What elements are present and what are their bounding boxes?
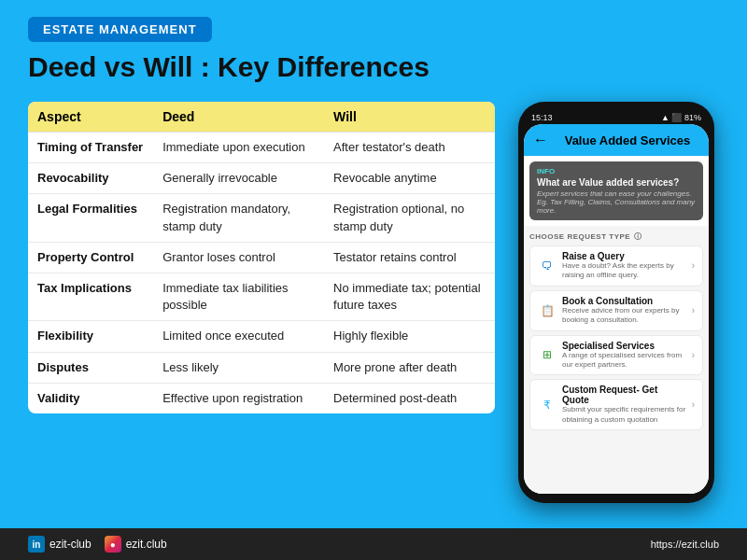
will-cell: More prone after death	[324, 352, 495, 383]
col-deed: Deed	[153, 102, 324, 133]
deed-cell: Effective upon registration	[153, 383, 324, 413]
content-row: Aspect Deed Will Timing of TransferImmed…	[0, 102, 747, 528]
col-aspect: Aspect	[28, 102, 153, 133]
phone-screen: ← Value Added Services INFO What are Val…	[524, 124, 709, 494]
info-title: What are Value added services?	[537, 177, 696, 188]
service-name: Raise a Query	[562, 251, 686, 261]
diff-table: Aspect Deed Will Timing of TransferImmed…	[28, 102, 495, 413]
top-section: ESTATE MANAGEMENT Deed vs Will : Key Dif…	[0, 0, 747, 102]
service-desc: Submit your specific requirements for ob…	[562, 405, 686, 425]
main-container: ESTATE MANAGEMENT Deed vs Will : Key Dif…	[0, 0, 747, 560]
linkedin-social: in ezit-club	[28, 536, 92, 553]
service-desc: Have a doubt? Ask the experts by raising…	[562, 261, 686, 281]
linkedin-text: ezit-club	[49, 538, 92, 551]
service-name: Book a Consultation	[562, 296, 686, 306]
service-text: Specialised Services A range of speciali…	[562, 341, 686, 371]
will-cell: Registration optional, no stamp duty	[324, 194, 495, 242]
aspect-cell: Revocability	[28, 163, 153, 194]
col-will: Will	[324, 102, 495, 133]
table-row: Timing of TransferImmediate upon executi…	[28, 133, 495, 163]
badge: ESTATE MANAGEMENT	[28, 17, 212, 42]
will-cell: Determined post-death	[324, 383, 495, 413]
chevron-right-icon: ›	[692, 305, 695, 315]
service-name: Specialised Services	[562, 341, 686, 351]
service-text: Custom Request- Get Quote Submit your sp…	[562, 385, 686, 425]
service-text: Book a Consultation Receive advice from …	[562, 296, 686, 326]
aspect-cell: Property Control	[28, 242, 153, 273]
footer-url: https://ezit.club	[651, 539, 719, 550]
aspect-cell: Timing of Transfer	[28, 133, 153, 163]
choose-label: CHOOSE REQUEST TYPE ⓘ	[529, 231, 703, 242]
will-cell: Highly flexible	[324, 321, 495, 352]
phone-header: ← Value Added Services	[524, 124, 709, 156]
service-icon: ₹	[538, 396, 557, 414]
phone-section: 15:13 ▲ ⬛ 81% ← Value Added Services INF…	[514, 102, 719, 528]
status-bar: 15:13 ▲ ⬛ 81%	[524, 111, 709, 124]
service-item[interactable]: 📋 Book a Consultation Receive advice fro…	[529, 290, 703, 331]
footer-left: in ezit-club ● ezit.club	[28, 536, 167, 553]
service-desc: Receive advice from our experts by booki…	[562, 306, 686, 326]
signal-icons: ▲ ⬛ 81%	[661, 113, 701, 122]
info-box: INFO What are Value added services? Expe…	[529, 161, 703, 220]
will-cell: After testator's death	[324, 133, 495, 163]
service-icon: ⊞	[538, 345, 557, 364]
table-row: RevocabilityGenerally irrevocableRevocab…	[28, 163, 495, 194]
instagram-social: ● ezit.club	[105, 536, 167, 553]
service-item[interactable]: 🗨 Raise a Query Have a doubt? Ask the ex…	[529, 245, 703, 287]
aspect-cell: Flexibility	[28, 321, 153, 352]
info-icon: ⓘ	[634, 231, 642, 242]
main-title: Deed vs Will : Key Differences	[28, 51, 719, 83]
phone-mockup: 15:13 ▲ ⬛ 81% ← Value Added Services INF…	[518, 102, 714, 503]
table-row: FlexibilityLimited once executedHighly f…	[28, 321, 495, 352]
table-row: Tax ImplicationsImmediate tax liabilitie…	[28, 273, 495, 320]
instagram-icon: ●	[105, 536, 121, 553]
chevron-right-icon: ›	[692, 260, 695, 271]
deed-cell: Limited once executed	[153, 321, 324, 352]
table-row: Legal FormalitiesRegistration mandatory,…	[28, 194, 495, 242]
table-section: Aspect Deed Will Timing of TransferImmed…	[28, 102, 495, 413]
info-desc: Expert services that can ease your chall…	[537, 189, 696, 215]
deed-cell: Immediate upon execution	[153, 133, 324, 163]
table-row: Property ControlGrantor loses controlTes…	[28, 242, 495, 273]
service-icon: 🗨	[538, 257, 557, 275]
service-item[interactable]: ⊞ Specialised Services A range of specia…	[529, 335, 703, 376]
info-label: INFO	[537, 167, 696, 175]
service-item[interactable]: ₹ Custom Request- Get Quote Submit your …	[529, 379, 703, 430]
footer: in ezit-club ● ezit.club https://ezit.cl…	[0, 528, 747, 560]
deed-cell: Grantor loses control	[153, 242, 324, 273]
aspect-cell: Disputes	[28, 352, 153, 383]
service-desc: A range of specialised services from our…	[562, 351, 686, 371]
will-cell: No immediate tax; potential future taxes	[324, 273, 495, 320]
instagram-text: ezit.club	[126, 538, 167, 551]
deed-cell: Immediate tax liabilities possible	[153, 273, 324, 320]
table-row: ValidityEffective upon registrationDeter…	[28, 383, 495, 413]
aspect-cell: Tax Implications	[28, 273, 153, 320]
time-label: 15:13	[531, 113, 553, 122]
table-header-row: Aspect Deed Will	[28, 102, 495, 133]
deed-cell: Generally irrevocable	[153, 163, 324, 194]
phone-screen-title: Value Added Services	[556, 133, 699, 147]
service-name: Custom Request- Get Quote	[562, 385, 686, 405]
deed-cell: Less likely	[153, 352, 324, 383]
service-list: 🗨 Raise a Query Have a doubt? Ask the ex…	[529, 245, 703, 430]
choose-section: CHOOSE REQUEST TYPE ⓘ 🗨 Raise a Query Ha…	[524, 226, 709, 494]
table-row: DisputesLess likelyMore prone after deat…	[28, 352, 495, 383]
will-cell: Testator retains control	[324, 242, 495, 273]
linkedin-icon: in	[28, 536, 45, 553]
will-cell: Revocable anytime	[324, 163, 495, 194]
deed-cell: Registration mandatory, stamp duty	[153, 194, 324, 242]
aspect-cell: Legal Formalities	[28, 194, 153, 242]
back-button[interactable]: ←	[533, 132, 548, 148]
service-icon: 📋	[538, 301, 557, 320]
aspect-cell: Validity	[28, 383, 153, 413]
chevron-right-icon: ›	[692, 350, 695, 360]
chevron-right-icon: ›	[692, 399, 695, 410]
service-text: Raise a Query Have a doubt? Ask the expe…	[562, 251, 686, 281]
